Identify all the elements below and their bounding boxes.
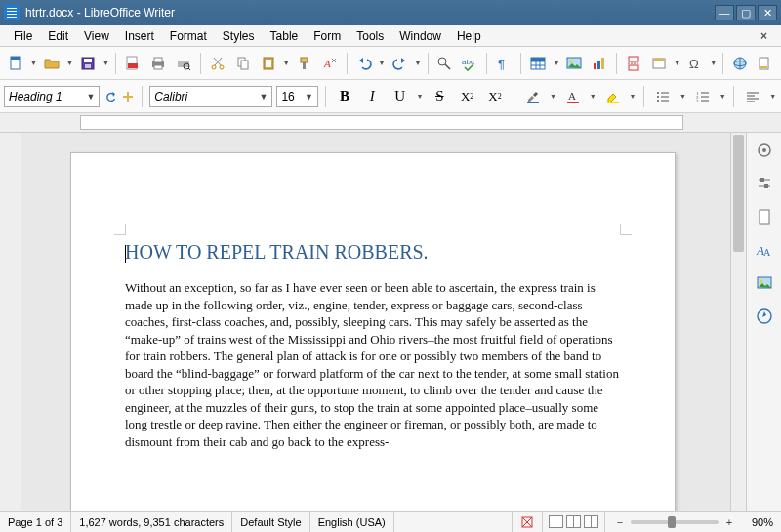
chevron-down-icon[interactable]: ▼ (256, 92, 268, 102)
zoom-slider[interactable] (631, 520, 719, 524)
copy-button[interactable] (231, 52, 255, 75)
open-button[interactable] (40, 52, 63, 75)
highlighting-button[interactable] (600, 85, 624, 108)
zoom-out-button[interactable]: − (613, 516, 627, 528)
redo-button[interactable] (389, 52, 412, 75)
insert-chart-button[interactable] (588, 52, 611, 75)
save-button[interactable] (76, 52, 100, 75)
align-left-button[interactable] (741, 85, 764, 108)
highlighting-dropdown[interactable]: ▼ (629, 85, 637, 108)
font-name-combo[interactable]: Calibri ▼ (149, 86, 272, 107)
status-language[interactable]: English (USA) (310, 512, 394, 532)
close-button[interactable]: ✕ (758, 5, 777, 20)
insert-special-char-dropdown[interactable]: ▼ (709, 52, 718, 75)
undo-button[interactable] (352, 52, 376, 75)
open-dropdown[interactable]: ▼ (65, 52, 74, 75)
insert-field-button[interactable] (647, 52, 671, 75)
status-page-style[interactable]: Default Style (232, 512, 309, 532)
chevron-down-icon[interactable]: ▼ (82, 92, 95, 102)
view-book-icon[interactable] (584, 515, 598, 528)
view-multi-page-icon[interactable] (566, 515, 581, 528)
print-preview-button[interactable] (172, 52, 195, 75)
insert-table-button[interactable] (526, 52, 550, 75)
undo-dropdown[interactable]: ▼ (378, 52, 387, 75)
scrollbar-thumb[interactable] (733, 135, 744, 252)
spellcheck-button[interactable]: abc (458, 52, 481, 75)
menu-form[interactable]: Form (306, 29, 349, 43)
bullet-list-dropdown[interactable]: ▼ (678, 85, 686, 108)
italic-button[interactable]: I (360, 85, 384, 108)
vertical-ruler[interactable] (0, 133, 21, 511)
paragraph-style-combo[interactable]: Heading 1 ▼ (4, 86, 100, 107)
chevron-down-icon[interactable]: ▼ (301, 92, 313, 102)
paste-dropdown[interactable]: ▼ (282, 52, 291, 75)
highlight-color-dropdown[interactable]: ▼ (549, 85, 556, 108)
new-button[interactable] (4, 52, 27, 75)
font-color-button[interactable]: A (561, 85, 585, 108)
sidebar-settings-icon[interactable] (753, 139, 776, 162)
page[interactable]: HOW TO REPEL TRAIN ROBBERS. Without an e… (70, 152, 676, 511)
numbered-list-button[interactable]: 123 (691, 85, 715, 108)
highlight-color-button[interactable] (521, 85, 545, 108)
update-style-button[interactable] (103, 86, 117, 107)
menu-insert[interactable]: Insert (117, 29, 162, 43)
cut-button[interactable] (206, 52, 229, 75)
sidebar-page-icon[interactable] (753, 205, 776, 228)
document-canvas[interactable]: HOW TO REPEL TRAIN ROBBERS. Without an e… (21, 133, 730, 511)
document-heading[interactable]: HOW TO REPEL TRAIN ROBBERS. (125, 241, 621, 264)
insert-footnote-button[interactable] (754, 52, 777, 75)
font-color-dropdown[interactable]: ▼ (589, 85, 596, 108)
new-style-button[interactable] (121, 86, 135, 107)
numbered-list-dropdown[interactable]: ▼ (719, 85, 726, 108)
maximize-button[interactable]: ▢ (736, 5, 756, 20)
menu-window[interactable]: Window (391, 29, 449, 43)
status-word-count[interactable]: 1,627 words, 9,351 characters (71, 512, 232, 532)
menu-styles[interactable]: Styles (215, 29, 263, 43)
new-dropdown[interactable]: ▼ (29, 52, 38, 75)
sidebar-gallery-icon[interactable] (753, 271, 776, 295)
underline-dropdown[interactable]: ▼ (416, 85, 424, 108)
minimize-button[interactable]: — (715, 5, 734, 20)
menu-table[interactable]: Table (263, 29, 307, 43)
status-signature[interactable] (513, 512, 543, 532)
zoom-in-button[interactable]: + (722, 516, 736, 528)
export-pdf-button[interactable] (121, 52, 144, 75)
paste-button[interactable] (257, 52, 280, 75)
superscript-button[interactable]: X2 (456, 85, 479, 108)
insert-table-dropdown[interactable]: ▼ (552, 52, 560, 75)
insert-field-dropdown[interactable]: ▼ (673, 52, 681, 75)
insert-page-break-button[interactable] (622, 52, 645, 75)
underline-button[interactable]: U (389, 85, 412, 108)
zoom-slider-handle[interactable] (668, 516, 676, 528)
save-dropdown[interactable]: ▼ (102, 52, 110, 75)
menu-tools[interactable]: Tools (349, 29, 391, 43)
document-body[interactable]: Without an exception, so far as I have e… (125, 279, 621, 450)
clone-formatting-button[interactable] (293, 52, 316, 75)
bold-button[interactable]: B (333, 85, 356, 108)
find-replace-button[interactable] (433, 52, 457, 75)
subscript-button[interactable]: X2 (483, 85, 507, 108)
vertical-scrollbar[interactable] (730, 133, 746, 511)
strikethrough-button[interactable]: S (428, 85, 451, 108)
menu-file[interactable]: File (6, 29, 40, 43)
menu-format[interactable]: Format (162, 29, 215, 43)
redo-dropdown[interactable]: ▼ (414, 52, 423, 75)
horizontal-ruler[interactable] (0, 113, 781, 133)
menu-help[interactable]: Help (449, 29, 489, 43)
menu-edit[interactable]: Edit (40, 29, 76, 43)
menu-view[interactable]: View (76, 29, 117, 43)
clear-formatting-button[interactable]: A (318, 52, 342, 75)
sidebar-navigator-icon[interactable] (753, 305, 776, 328)
align-dropdown[interactable]: ▼ (769, 85, 777, 108)
formatting-marks-button[interactable]: ¶ (492, 52, 515, 75)
print-button[interactable] (146, 52, 170, 75)
font-size-combo[interactable]: 16 ▼ (276, 86, 318, 107)
insert-image-button[interactable] (562, 52, 586, 75)
view-single-page-icon[interactable] (549, 515, 563, 528)
zoom-level[interactable]: 90% (744, 512, 781, 532)
insert-special-char-button[interactable]: Ω (683, 52, 707, 75)
close-document-icon[interactable]: × (755, 29, 773, 43)
sidebar-styles-icon[interactable]: AA (753, 238, 776, 262)
insert-hyperlink-button[interactable] (728, 52, 752, 75)
sidebar-properties-icon[interactable] (753, 172, 776, 195)
